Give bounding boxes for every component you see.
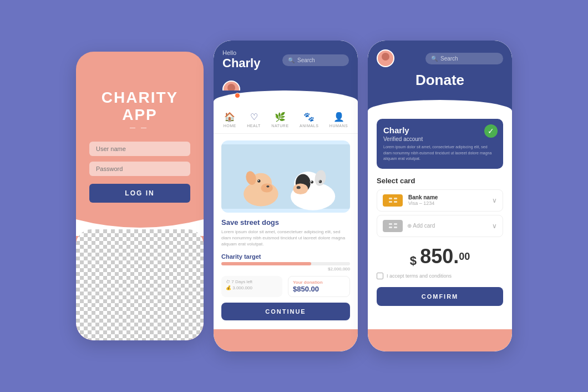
health-icon: ♡ [250, 112, 258, 122]
svg-point-15 [311, 181, 312, 182]
chip-row-gray-2 [389, 227, 397, 228]
card-chip-dots [389, 198, 397, 203]
charity-target: Charity target $2,000,000 [221, 253, 350, 272]
donation-box: Your donation $850.00 [288, 276, 350, 297]
search-bar[interactable]: 🔍 Search [282, 54, 349, 66]
svg-point-7 [266, 185, 269, 188]
collected-label: 💰 3.000.000 [226, 285, 278, 290]
hello-text: Hello [222, 49, 260, 56]
password-input[interactable] [89, 162, 190, 176]
chip-dot-gray [389, 227, 392, 228]
login-form: LOG IN [76, 142, 204, 203]
svg-point-5 [257, 179, 260, 182]
card-option-1-left: Bank name Visa – 1234 [383, 194, 438, 207]
nav-animals[interactable]: 🐾 ANIMALS [300, 112, 318, 128]
progress-bar [221, 262, 350, 265]
svg-point-18 [320, 180, 321, 182]
card-chip-1 [383, 194, 403, 207]
chip-dot-gray [389, 223, 392, 225]
plus-icon: ⊕ [407, 223, 413, 229]
chip-dot [389, 198, 392, 199]
login-screen: CHARITY APP LOG IN [76, 52, 204, 340]
terms-text: I accept terms and conditions [387, 273, 452, 279]
card-option-add[interactable]: ⊕ Add card ∨ [377, 215, 503, 237]
amount-display: $ 850.00 [377, 245, 503, 268]
home-header-top: Hello Charly 🔍 Search [222, 49, 349, 71]
home-screen: Hello Charly 🔍 Search 🏠 HOME ♡ HEALT [214, 41, 358, 351]
home-body: Save street dogs Lorem ipsum dolor sit a… [214, 134, 358, 329]
card-option-1[interactable]: Bank name Visa – 1234 ∨ [377, 189, 503, 212]
continue-button[interactable]: CONTINUE [221, 303, 350, 320]
donate-search[interactable]: 🔍 Search [425, 53, 503, 64]
select-card-label: Select card [377, 177, 503, 185]
login-button[interactable]: LOG IN [89, 184, 190, 203]
donate-header: 🔍 Search Donate [368, 41, 512, 100]
chip-dot [394, 201, 397, 203]
verified-check-icon: ✓ [484, 124, 498, 138]
card-chip-gray [383, 220, 403, 232]
verified-text: Lorem ipsum dolor sit amet, consectetuer… [383, 144, 496, 162]
terms-checkbox[interactable] [377, 273, 383, 279]
svg-point-14 [311, 180, 313, 183]
login-bottom [76, 229, 204, 340]
donate-search-placeholder: Search [440, 56, 458, 62]
username-input[interactable] [89, 142, 190, 156]
chip-dot [394, 198, 397, 199]
dollar-sign: $ [410, 253, 420, 267]
nav-animals-label: ANIMALS [300, 124, 318, 128]
card-1-info: Bank name Visa – 1234 [408, 194, 438, 206]
progress-bar-fill [221, 262, 311, 265]
svg-point-11 [293, 183, 308, 194]
nav-home-label: HOME [224, 124, 236, 128]
nature-icon: 🌿 [275, 112, 286, 122]
days-left-label: ⏱ 7 Days left [226, 279, 278, 284]
card-text: Lorem ipsum dolor sit amet, consectetuer… [221, 229, 350, 248]
nav-nature-label: NATURE [271, 124, 288, 128]
card-1-number: Visa – 1234 [408, 200, 438, 206]
home-header: Hello Charly 🔍 Search [214, 41, 358, 91]
chip-row-gray-1 [389, 223, 397, 225]
progress-amount: $2,000,000 [221, 267, 350, 272]
amount-cents: 00 [459, 250, 470, 262]
svg-point-16 [297, 186, 301, 189]
humans-icon: 👤 [333, 112, 344, 122]
home-icon: 🏠 [224, 112, 235, 122]
greeting-block: Hello Charly [222, 49, 260, 71]
add-card-left: ⊕ Add card [383, 220, 435, 232]
nav-icons: 🏠 HOME ♡ HEALT 🌿 NATURE 🐾 ANIMALS 👤 HUMA… [214, 102, 358, 134]
nav-nature[interactable]: 🌿 NATURE [271, 112, 288, 128]
chevron-down-icon-2: ∨ [492, 222, 497, 230]
card-title: Save street dogs [221, 218, 350, 227]
donate-avatar [377, 49, 394, 67]
chip-row-1 [389, 198, 397, 199]
chip-dot-gray [394, 227, 397, 228]
donate-title: Donate [377, 72, 503, 89]
donate-header-top: 🔍 Search [377, 49, 503, 67]
home-footer [214, 329, 358, 351]
donate-body: Charly Verified account Lorem ipsum dolo… [368, 111, 512, 329]
stats-row: ⏱ 7 Days left 💰 3.000.000 Your donation … [221, 276, 350, 297]
days-left-box: ⏱ 7 Days left 💰 3.000.000 [221, 276, 282, 297]
search-icon: 🔍 [288, 57, 295, 63]
dog-card[interactable] [221, 140, 350, 213]
card-chip-dots-gray [389, 223, 397, 228]
terms-row: I accept terms and conditions [377, 273, 503, 279]
donate-footer [368, 329, 512, 351]
verified-card: Charly Verified account Lorem ipsum dolo… [377, 119, 503, 169]
add-card-text: ⊕ Add card [407, 223, 435, 229]
svg-point-3 [261, 183, 272, 192]
search-placeholder-text: Search [297, 57, 315, 63]
confirm-button[interactable]: COMFIRM [377, 287, 503, 306]
user-name: Charly [222, 56, 260, 71]
donation-label: Your donation [293, 280, 345, 285]
nav-home[interactable]: 🏠 HOME [224, 112, 236, 128]
app-title: CHARITY APP [102, 89, 178, 124]
animals-icon: 🐾 [303, 112, 315, 122]
nav-health[interactable]: ♡ HEALT [247, 112, 261, 128]
svg-point-17 [319, 180, 322, 183]
chip-dot [389, 201, 392, 203]
donate-search-icon: 🔍 [431, 56, 438, 62]
login-top: CHARITY APP LOG IN [76, 52, 204, 218]
nav-humans[interactable]: 👤 HUMANS [330, 112, 348, 128]
app-subtitle [130, 124, 150, 130]
